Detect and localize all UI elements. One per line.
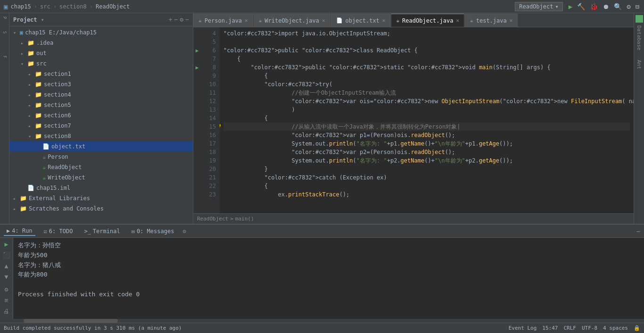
- tab-close-test[interactable]: ✕: [510, 17, 513, 24]
- build-button[interactable]: 🔨: [576, 2, 586, 11]
- code-line-8: "color:#cc7832">public "color:#cc7832">s…: [223, 63, 630, 72]
- scroll-down-button[interactable]: ▼: [4, 272, 9, 281]
- bottom-tab-messages[interactable]: ✉0: Messages: [129, 227, 177, 236]
- ant-panel-label[interactable]: Ant: [636, 60, 642, 69]
- tab-object_txt[interactable]: 📄object.txt✕: [331, 14, 391, 27]
- add-icon[interactable]: +: [169, 16, 173, 23]
- run-button[interactable]: ▶: [568, 2, 573, 11]
- tab-close-person[interactable]: ✕: [245, 17, 248, 24]
- favorites-strip-icon[interactable]: F: [2, 54, 7, 59]
- tree-item-section1[interactable]: ▸📁section1: [9, 69, 193, 79]
- line-ending[interactable]: CRLF: [563, 325, 576, 331]
- collapse-icon[interactable]: −: [174, 16, 178, 23]
- indent-setting[interactable]: 4 spaces: [603, 325, 628, 331]
- stop-button[interactable]: ⬛: [2, 251, 11, 260]
- event-log-link[interactable]: Event Log: [509, 325, 537, 331]
- tree-item-person[interactable]: ☕Person: [9, 152, 193, 162]
- tab-person[interactable]: ☕Person.java✕: [193, 14, 253, 27]
- line-num-21: 21: [205, 173, 216, 182]
- structure-strip-icon[interactable]: S: [2, 30, 7, 35]
- code-line-17: System.out.println("名字为: "+p1.getName()+…: [223, 139, 630, 148]
- line-num-17: 17: [205, 139, 216, 148]
- line-num-6: 6: [205, 46, 216, 55]
- cursor-position[interactable]: 15:47: [542, 325, 558, 331]
- tree-item-writeobject[interactable]: ☕WriteObject: [9, 172, 193, 183]
- module-icon: ▣: [4, 3, 8, 10]
- tree-item-scratches[interactable]: ▸📁Scratches and Consoles: [9, 203, 193, 214]
- tree-label-src: src: [36, 60, 47, 67]
- scrollbar-track[interactable]: [0, 319, 644, 323]
- print-icon[interactable]: 🖨: [2, 307, 10, 316]
- search-everywhere-button[interactable]: 🔍: [613, 2, 623, 11]
- tab-icon-writeobject: ☕: [259, 17, 262, 24]
- tree-icon-section8: 📁: [35, 133, 42, 139]
- tab-close-readobject[interactable]: ✕: [456, 17, 459, 24]
- tab-close-writeobject[interactable]: ✕: [322, 17, 325, 24]
- title-sep1: ›: [34, 3, 37, 10]
- tree-item-src[interactable]: ▾📁src: [9, 58, 193, 69]
- tree-item-chap15[interactable]: ▾▣chap15 E:/Java/chap15: [9, 27, 193, 38]
- toolbar-icons: ▶ 🔨 🐞 ⏺ 🔍 ⚙ ⊟: [568, 2, 640, 11]
- line-num-16: 16: [205, 131, 216, 139]
- layout-button[interactable]: ⊟: [635, 2, 640, 11]
- project-panel-dropdown[interactable]: ▾: [41, 16, 44, 23]
- tab-test[interactable]: ☕test.java✕: [465, 14, 518, 27]
- editor-content[interactable]: ▶▶ 4567891011121314151617181920212223 "c…: [193, 27, 634, 213]
- run-output-line-1: 年龄为500: [18, 251, 639, 260]
- tree-item-section4[interactable]: ▸📁section4: [9, 89, 193, 100]
- main-layout: P S F Project ▾ + − ⚙ − ▾▣chap15 E:/Java…: [0, 13, 644, 224]
- code-area[interactable]: "color:#cc7832">import java.io.ObjectInp…: [220, 27, 634, 213]
- line-num-4: 4: [205, 29, 216, 38]
- code-line-23: ex.printStackTrace();: [223, 190, 630, 199]
- code-line-13: ): [223, 106, 630, 114]
- line-num-10: 10: [205, 80, 216, 89]
- gutter-18: [193, 148, 203, 156]
- tree-label-idea: .idea: [36, 40, 53, 46]
- run-panel-settings-button[interactable]: ⚙: [182, 228, 186, 235]
- run-config-dropdown[interactable]: ReadObject ▾: [515, 2, 562, 11]
- tab-bar: ☕Person.java✕☕WriteObject.java✕📄object.t…: [193, 13, 634, 27]
- debug-button[interactable]: 🐞: [589, 2, 599, 11]
- settings-button[interactable]: ⚙: [626, 2, 631, 11]
- tree-item-ext_libs[interactable]: ▸📁External Libraries: [9, 193, 193, 203]
- tree-item-idea[interactable]: ▸📁.idea: [9, 38, 193, 48]
- rerun-button[interactable]: ▶: [4, 240, 9, 249]
- run-output-line-3: 年龄为800: [18, 270, 639, 280]
- title-section: section8: [59, 3, 87, 10]
- tree-item-section5[interactable]: ▸📁section5: [9, 100, 193, 110]
- coverage-button[interactable]: ⏺: [602, 2, 610, 11]
- tab-close-object_txt[interactable]: ✕: [382, 17, 386, 24]
- tree-item-object_txt[interactable]: 📄object.txt: [9, 141, 193, 152]
- scroll-up-button[interactable]: ▲: [4, 261, 9, 270]
- lightbulb-icon[interactable]: 💡: [220, 122, 222, 131]
- line-num-18: 18: [205, 148, 216, 156]
- encoding[interactable]: UTF-8: [582, 325, 597, 331]
- bottom-tab-run[interactable]: ▶4: Run: [4, 227, 35, 236]
- gear-icon[interactable]: ⚙: [180, 16, 183, 23]
- bottom-tab-terminal[interactable]: >_Terminal: [81, 227, 123, 236]
- line-num-8: 8: [205, 63, 216, 72]
- right-panel-strip: Database Ant: [634, 13, 644, 224]
- scrollbar-thumb[interactable]: [24, 319, 118, 323]
- close-panel-icon[interactable]: −: [185, 16, 189, 23]
- tree-item-readobject[interactable]: ☕ReadObject: [9, 162, 193, 172]
- tab-writeobject[interactable]: ☕WriteObject.java✕: [254, 14, 330, 27]
- bottom-tab-todo[interactable]: ☑6: TODO: [41, 227, 76, 236]
- project-strip-icon[interactable]: P: [2, 15, 7, 20]
- tree-item-section3[interactable]: ▸📁section3: [9, 79, 193, 89]
- editor-area: ☕Person.java✕☕WriteObject.java✕📄object.t…: [193, 13, 634, 224]
- line-num-9: 9: [205, 72, 216, 80]
- title-file: ReadObject: [96, 3, 130, 10]
- database-panel-label[interactable]: Database: [636, 25, 642, 50]
- tree-item-section6[interactable]: ▸📁section6: [9, 110, 193, 121]
- fold-icon[interactable]: ≡: [4, 296, 9, 305]
- tree-label-readobject: ReadObject: [48, 164, 82, 171]
- settings-run-icon[interactable]: ⚙: [4, 285, 9, 294]
- tree-item-chap15_iml[interactable]: 📄chap15.iml: [9, 183, 193, 193]
- tree-arrow: ▸: [28, 72, 35, 77]
- tree-item-out[interactable]: ▸📁out: [9, 48, 193, 58]
- tree-item-section8[interactable]: ▾📁section8: [9, 131, 193, 141]
- tab-readobject[interactable]: ☕ReadObject.java✕: [391, 14, 464, 27]
- tree-item-section7[interactable]: ▸📁section7: [9, 121, 193, 131]
- close-run-panel-button[interactable]: −: [636, 227, 640, 235]
